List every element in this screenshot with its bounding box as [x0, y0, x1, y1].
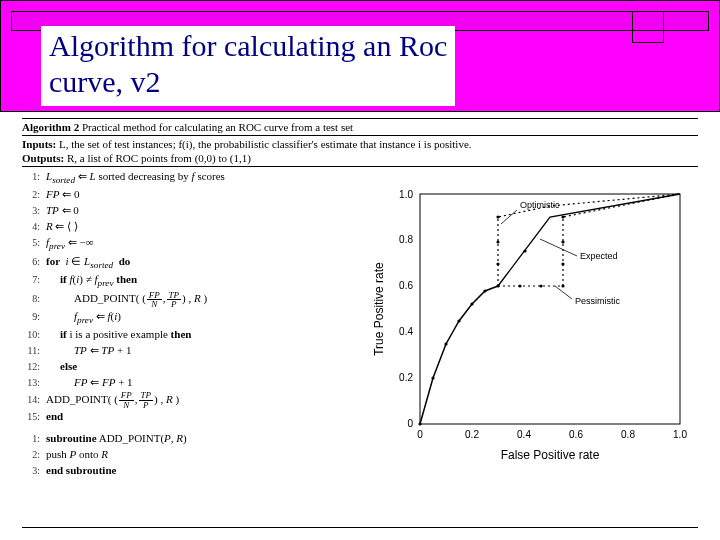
- svg-point-23: [539, 284, 542, 287]
- ann-optimistic: Optimistic: [520, 200, 560, 210]
- algorithm-label: Algorithm 2: [22, 121, 79, 133]
- svg-text:0: 0: [407, 418, 413, 429]
- svg-point-24: [561, 284, 564, 287]
- svg-text:1.0: 1.0: [399, 189, 413, 200]
- svg-point-25: [561, 262, 564, 265]
- roc-chart: 0 0.2 0.4 0.6 0.8 1.0 0 0.2 0.4 0.6 0.8 …: [365, 184, 715, 474]
- svg-text:0.6: 0.6: [569, 429, 583, 440]
- outputs-text: R, a list of ROC points from (0,0) to (1…: [67, 152, 251, 164]
- svg-text:0.2: 0.2: [399, 372, 413, 383]
- inputs-line: Inputs: L, the set of test instances; f(…: [22, 138, 698, 150]
- rule-bottom: [22, 527, 698, 528]
- rule-mid1: [22, 135, 698, 136]
- svg-point-26: [561, 240, 564, 243]
- x-axis-label: False Positive rate: [501, 448, 600, 462]
- ann-expected-leader: [540, 239, 577, 256]
- svg-text:0.6: 0.6: [399, 280, 413, 291]
- ann-pessimistic-leader: [555, 286, 572, 299]
- y-axis-label: True Positive rate: [372, 262, 386, 356]
- title-line1: Algorithm for calculating an Roc: [49, 29, 447, 62]
- plot-border: [420, 194, 680, 424]
- slide-header: Algorithm for calculating an Roc curve, …: [0, 0, 720, 112]
- series-common: [420, 286, 498, 424]
- svg-point-22: [518, 284, 521, 287]
- svg-point-18: [496, 284, 499, 287]
- svg-text:0.8: 0.8: [621, 429, 635, 440]
- ann-pessimistic: Pessimistic: [575, 296, 621, 306]
- svg-point-28: [523, 249, 526, 252]
- svg-text:0.8: 0.8: [399, 234, 413, 245]
- algorithm-caption: Algorithm 2 Practical method for calcula…: [22, 121, 698, 133]
- svg-point-27: [561, 215, 564, 218]
- data-points: [418, 215, 564, 425]
- svg-point-13: [431, 376, 434, 379]
- inputs-text: L, the set of test instances; f(i), the …: [59, 138, 472, 150]
- svg-point-19: [496, 262, 499, 265]
- rule-mid2: [22, 166, 698, 167]
- rule-top: [22, 118, 698, 119]
- svg-text:0.2: 0.2: [465, 429, 479, 440]
- slide-body: Algorithm 2 Practical method for calcula…: [0, 112, 720, 479]
- roc-chart-svg: 0 0.2 0.4 0.6 0.8 1.0 0 0.2 0.4 0.6 0.8 …: [365, 184, 715, 474]
- svg-point-16: [470, 302, 473, 305]
- svg-point-20: [496, 240, 499, 243]
- x-ticks: 0 0.2 0.4 0.6 0.8 1.0: [417, 429, 687, 440]
- ann-optimistic-leader: [501, 210, 517, 224]
- ann-expected: Expected: [580, 251, 618, 261]
- svg-point-15: [457, 319, 460, 322]
- slide-title: Algorithm for calculating an Roc curve, …: [41, 26, 455, 106]
- svg-point-12: [418, 422, 421, 425]
- svg-point-17: [483, 289, 486, 292]
- svg-point-21: [496, 215, 499, 218]
- outputs-line: Outputs: R, a list of ROC points from (0…: [22, 152, 698, 164]
- y-ticks: 0 0.2 0.4 0.6 0.8 1.0: [399, 189, 413, 429]
- algorithm-caption-text: Practical method for calculating an ROC …: [82, 121, 353, 133]
- svg-point-14: [444, 342, 447, 345]
- svg-text:0: 0: [417, 429, 423, 440]
- svg-text:1.0: 1.0: [673, 429, 687, 440]
- svg-text:0.4: 0.4: [517, 429, 531, 440]
- header-decor-square: [632, 11, 664, 43]
- title-line2: curve, v2: [49, 65, 161, 98]
- svg-text:0.4: 0.4: [399, 326, 413, 337]
